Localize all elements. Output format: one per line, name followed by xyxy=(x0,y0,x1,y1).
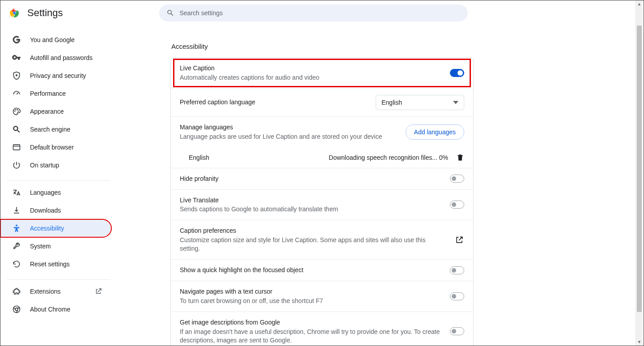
live-caption-toggle[interactable] xyxy=(450,69,464,77)
preferred-language-select[interactable]: English xyxy=(376,95,464,110)
speed-icon xyxy=(12,89,21,98)
svg-point-4 xyxy=(17,109,18,110)
accessibility-card: Live Caption Automatically creates capti… xyxy=(170,57,474,346)
sidebar-item-default-browser[interactable]: Default browser xyxy=(0,138,111,156)
live-caption-row: Live Caption Automatically creates capti… xyxy=(171,58,473,89)
sidebar-item-privacy[interactable]: Privacy and security xyxy=(0,67,111,85)
reset-icon xyxy=(12,260,21,269)
palette-icon xyxy=(12,107,21,116)
sidebar-item-label: Reset settings xyxy=(30,261,70,268)
power-icon xyxy=(12,161,21,170)
hide-profanity-row: Hide profanity xyxy=(171,168,473,190)
sidebar-item-label: About Chrome xyxy=(30,306,70,313)
wrench-icon xyxy=(12,242,21,251)
sidebar-item-label: Performance xyxy=(30,90,66,97)
sidebar-item-performance[interactable]: Performance xyxy=(0,85,111,103)
search-input[interactable]: Search settings xyxy=(159,4,468,21)
accessibility-icon xyxy=(12,224,21,233)
sidebar-item-search-engine[interactable]: Search engine xyxy=(0,120,111,138)
image-descriptions-sub: If an image doesn't have a useful descri… xyxy=(180,328,443,345)
sidebar-item-label: System xyxy=(30,243,51,250)
sidebar-item-label: Privacy and security xyxy=(30,72,86,79)
caret-browsing-row: Navigate pages with a text cursor To tur… xyxy=(171,281,473,312)
svg-point-1 xyxy=(16,74,17,76)
sidebar-item-system[interactable]: System xyxy=(0,237,111,255)
google-icon xyxy=(12,35,21,44)
sidebar-item-autofill[interactable]: Autofill and passwords xyxy=(0,49,111,67)
caption-preferences-sub: Customize caption size and style for Liv… xyxy=(180,236,447,253)
sidebar-item-you-and-google[interactable]: You and Google xyxy=(0,31,111,49)
shield-icon xyxy=(12,71,21,80)
language-icon xyxy=(12,188,21,197)
sidebar-item-languages[interactable]: Languages xyxy=(0,184,111,201)
open-external-icon xyxy=(454,235,464,245)
caret-browsing-toggle[interactable] xyxy=(450,292,464,300)
sidebar-item-label: Downloads xyxy=(30,207,61,214)
add-languages-button[interactable]: Add languages xyxy=(406,124,464,140)
key-icon xyxy=(12,53,21,62)
preferred-language-row: Preferred caption language English xyxy=(171,89,473,117)
live-caption-sub: Automatically creates captions for audio… xyxy=(180,73,443,82)
svg-point-8 xyxy=(16,225,17,226)
live-translate-toggle[interactable] xyxy=(450,201,464,209)
image-descriptions-row: Get image descriptions from Google If an… xyxy=(171,312,473,346)
search-placeholder: Search settings xyxy=(180,9,223,17)
sidebar-item-accessibility[interactable]: Accessibility xyxy=(0,219,111,237)
live-caption-title: Live Caption xyxy=(180,64,443,73)
manage-languages-row: Manage languages Language packs are used… xyxy=(171,117,473,147)
search-icon xyxy=(12,125,21,134)
page-title: Accessibility xyxy=(171,43,644,50)
chrome-icon xyxy=(12,305,21,314)
highlight-focus-title: Show a quick highlight on the focused ob… xyxy=(180,266,443,274)
scrollbar-thumb[interactable] xyxy=(637,26,642,312)
sidebar-item-label: Extensions xyxy=(30,288,60,295)
language-entry: English Downloading speech recognition f… xyxy=(171,147,473,168)
sidebar-item-appearance[interactable]: Appearance xyxy=(0,103,111,120)
svg-point-2 xyxy=(14,111,15,111)
language-name: English xyxy=(189,154,209,161)
sidebar-item-about-chrome[interactable]: About Chrome xyxy=(0,300,111,318)
svg-point-3 xyxy=(15,109,16,110)
delete-language-button[interactable] xyxy=(456,154,464,162)
sidebar-item-reset[interactable]: Reset settings xyxy=(0,255,111,273)
scroll-up-arrow[interactable]: ▲ xyxy=(636,0,643,8)
sidebar: You and Google Autofill and passwords Pr… xyxy=(0,26,117,346)
highlight-focus-row: Show a quick highlight on the focused ob… xyxy=(171,260,473,281)
image-descriptions-toggle[interactable] xyxy=(450,327,464,335)
scroll-down-arrow[interactable]: ▼ xyxy=(636,338,643,346)
caption-preferences-row[interactable]: Caption preferences Customize caption si… xyxy=(171,220,473,260)
sidebar-item-extensions[interactable]: Extensions xyxy=(0,282,111,300)
caret-browsing-sub: To turn caret browsing on or off, use th… xyxy=(180,297,443,305)
live-translate-sub: Sends captions to Google to automaticall… xyxy=(180,205,443,214)
trash-icon xyxy=(456,154,464,162)
scrollbar[interactable]: ▲ ▼ xyxy=(636,0,643,346)
image-descriptions-title: Get image descriptions from Google xyxy=(180,318,443,327)
svg-point-10 xyxy=(15,308,18,311)
svg-rect-6 xyxy=(13,145,20,150)
extension-icon xyxy=(12,287,21,296)
open-external-icon xyxy=(94,287,102,295)
hide-profanity-toggle[interactable] xyxy=(450,175,464,183)
caret-browsing-title: Navigate pages with a text cursor xyxy=(180,287,443,296)
chevron-down-icon xyxy=(453,100,458,105)
sidebar-item-label: On startup xyxy=(30,162,59,169)
chrome-logo-icon xyxy=(9,8,19,18)
sidebar-item-label: Search engine xyxy=(30,126,70,133)
preferred-language-value: English xyxy=(381,99,402,106)
highlight-focus-toggle[interactable] xyxy=(450,266,464,274)
live-translate-row: Live Translate Sends captions to Google … xyxy=(171,190,473,221)
sidebar-item-downloads[interactable]: Downloads xyxy=(0,201,111,219)
live-translate-title: Live Translate xyxy=(180,196,443,205)
sidebar-item-label: Appearance xyxy=(30,108,64,115)
sidebar-item-on-startup[interactable]: On startup xyxy=(0,156,111,174)
sidebar-item-label: Accessibility xyxy=(30,225,64,232)
svg-point-5 xyxy=(18,111,19,111)
hide-profanity-title: Hide profanity xyxy=(180,175,443,183)
sidebar-item-label: You and Google xyxy=(30,36,75,43)
preferred-language-title: Preferred caption language xyxy=(180,98,369,107)
manage-languages-title: Manage languages xyxy=(180,123,398,132)
sidebar-item-label: Default browser xyxy=(30,144,74,151)
language-status: Downloading speech recognition files... … xyxy=(329,154,448,161)
settings-title: Settings xyxy=(27,7,63,19)
search-icon xyxy=(166,9,174,17)
